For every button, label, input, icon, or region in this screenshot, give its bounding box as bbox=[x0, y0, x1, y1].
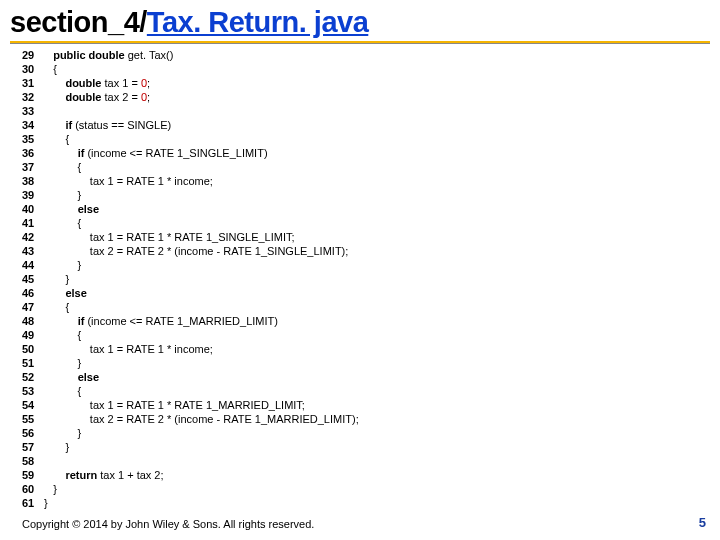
line-number: 39 bbox=[22, 188, 44, 202]
code-text: if (status == SINGLE) bbox=[44, 118, 171, 132]
line-number: 38 bbox=[22, 174, 44, 188]
code-line: 52 else bbox=[22, 370, 710, 384]
line-number: 35 bbox=[22, 132, 44, 146]
code-text: } bbox=[44, 272, 69, 286]
code-text: } bbox=[44, 356, 81, 370]
code-text: { bbox=[44, 300, 69, 314]
code-text: { bbox=[44, 384, 81, 398]
code-text: public double get. Tax() bbox=[44, 48, 173, 62]
code-line: 35 { bbox=[22, 132, 710, 146]
line-number: 43 bbox=[22, 244, 44, 258]
line-number: 37 bbox=[22, 160, 44, 174]
line-number: 57 bbox=[22, 440, 44, 454]
line-number: 32 bbox=[22, 90, 44, 104]
code-text: tax 2 = RATE 2 * (income - RATE 1_MARRIE… bbox=[44, 412, 359, 426]
line-number: 34 bbox=[22, 118, 44, 132]
line-number: 29 bbox=[22, 48, 44, 62]
code-line: 50 tax 1 = RATE 1 * income; bbox=[22, 342, 710, 356]
code-text: tax 1 = RATE 1 * RATE 1_MARRIED_LIMIT; bbox=[44, 398, 305, 412]
line-number: 41 bbox=[22, 216, 44, 230]
code-text: tax 1 = RATE 1 * income; bbox=[44, 174, 213, 188]
code-line: 45 } bbox=[22, 272, 710, 286]
line-number: 58 bbox=[22, 454, 44, 468]
code-text: } bbox=[44, 496, 48, 510]
code-text: else bbox=[44, 286, 87, 300]
code-text: { bbox=[44, 160, 81, 174]
code-text: double tax 2 = 0; bbox=[44, 90, 150, 104]
line-number: 36 bbox=[22, 146, 44, 160]
code-text: } bbox=[44, 188, 81, 202]
line-number: 56 bbox=[22, 426, 44, 440]
code-line: 51 } bbox=[22, 356, 710, 370]
code-text: double tax 1 = 0; bbox=[44, 76, 150, 90]
code-line: 36 if (income <= RATE 1_SINGLE_LIMIT) bbox=[22, 146, 710, 160]
line-number: 51 bbox=[22, 356, 44, 370]
code-text: { bbox=[44, 62, 57, 76]
code-text: if (income <= RATE 1_MARRIED_LIMIT) bbox=[44, 314, 278, 328]
line-number: 48 bbox=[22, 314, 44, 328]
line-number: 50 bbox=[22, 342, 44, 356]
code-line: 34 if (status == SINGLE) bbox=[22, 118, 710, 132]
code-line: 32 double tax 2 = 0; bbox=[22, 90, 710, 104]
code-line: 55 tax 2 = RATE 2 * (income - RATE 1_MAR… bbox=[22, 412, 710, 426]
line-number: 55 bbox=[22, 412, 44, 426]
code-text: return tax 1 + tax 2; bbox=[44, 468, 164, 482]
code-line: 58 bbox=[22, 454, 710, 468]
line-number: 46 bbox=[22, 286, 44, 300]
code-text bbox=[44, 104, 53, 118]
code-line: 56 } bbox=[22, 426, 710, 440]
code-text: } bbox=[44, 258, 81, 272]
code-line: 44 } bbox=[22, 258, 710, 272]
code-line: 60 } bbox=[22, 482, 710, 496]
line-number: 44 bbox=[22, 258, 44, 272]
code-text: else bbox=[44, 202, 99, 216]
code-text: tax 2 = RATE 2 * (income - RATE 1_SINGLE… bbox=[44, 244, 348, 258]
line-number: 31 bbox=[22, 76, 44, 90]
code-line: 48 if (income <= RATE 1_MARRIED_LIMIT) bbox=[22, 314, 710, 328]
code-line: 46 else bbox=[22, 286, 710, 300]
code-text: tax 1 = RATE 1 * RATE 1_SINGLE_LIMIT; bbox=[44, 230, 295, 244]
code-line: 31 double tax 1 = 0; bbox=[22, 76, 710, 90]
code-line: 38 tax 1 = RATE 1 * income; bbox=[22, 174, 710, 188]
code-text: } bbox=[44, 482, 57, 496]
code-line: 42 tax 1 = RATE 1 * RATE 1_SINGLE_LIMIT; bbox=[22, 230, 710, 244]
code-line: 59 return tax 1 + tax 2; bbox=[22, 468, 710, 482]
code-line: 39 } bbox=[22, 188, 710, 202]
code-text: { bbox=[44, 216, 81, 230]
page-number: 5 bbox=[699, 515, 706, 530]
code-line: 40 else bbox=[22, 202, 710, 216]
code-line: 54 tax 1 = RATE 1 * RATE 1_MARRIED_LIMIT… bbox=[22, 398, 710, 412]
code-line: 33 bbox=[22, 104, 710, 118]
copyright-text: Copyright © 2014 by John Wiley & Sons. A… bbox=[22, 518, 314, 530]
code-line: 29 public double get. Tax() bbox=[22, 48, 710, 62]
code-text: } bbox=[44, 440, 69, 454]
line-number: 60 bbox=[22, 482, 44, 496]
code-text: } bbox=[44, 426, 81, 440]
code-line: 53 { bbox=[22, 384, 710, 398]
code-text: { bbox=[44, 328, 81, 342]
code-line: 37 { bbox=[22, 160, 710, 174]
title-prefix: section_4/ bbox=[10, 6, 147, 38]
code-text bbox=[44, 454, 53, 468]
line-number: 30 bbox=[22, 62, 44, 76]
code-line: 47 { bbox=[22, 300, 710, 314]
code-block: 29 public double get. Tax()30 {31 double… bbox=[0, 48, 720, 510]
title-underline bbox=[10, 41, 710, 44]
line-number: 61 bbox=[22, 496, 44, 510]
code-line: 57 } bbox=[22, 440, 710, 454]
line-number: 40 bbox=[22, 202, 44, 216]
code-text: else bbox=[44, 370, 99, 384]
line-number: 45 bbox=[22, 272, 44, 286]
line-number: 33 bbox=[22, 104, 44, 118]
code-line: 30 { bbox=[22, 62, 710, 76]
line-number: 49 bbox=[22, 328, 44, 342]
line-number: 52 bbox=[22, 370, 44, 384]
line-number: 59 bbox=[22, 468, 44, 482]
code-text: { bbox=[44, 132, 69, 146]
line-number: 53 bbox=[22, 384, 44, 398]
code-line: 41 { bbox=[22, 216, 710, 230]
line-number: 47 bbox=[22, 300, 44, 314]
line-number: 42 bbox=[22, 230, 44, 244]
code-line: 43 tax 2 = RATE 2 * (income - RATE 1_SIN… bbox=[22, 244, 710, 258]
code-line: 49 { bbox=[22, 328, 710, 342]
